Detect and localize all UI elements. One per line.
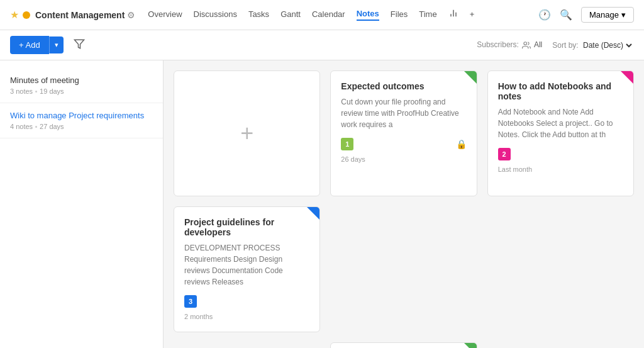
nav-link-tasks[interactable]: Tasks xyxy=(248,9,269,20)
note-card-bim[interactable]: Clients BIM requirements The main requir… xyxy=(330,342,477,348)
nav-link-+[interactable]: + xyxy=(470,9,475,20)
subscribers-label: Subscribers: All xyxy=(477,40,542,50)
sort-label: Sort by: Date (Desc) Date (Asc) Name (A-… xyxy=(552,40,634,50)
note-card-notebooks[interactable]: How to add Notebooks and notes Add Noteb… xyxy=(487,70,634,196)
sidebar-item-title-minutes: Minutes of meeting xyxy=(10,76,153,85)
nav-link-discussions[interactable]: Discussions xyxy=(194,9,237,20)
search-button[interactable]: 🔍 xyxy=(560,9,572,21)
meta-dot xyxy=(35,91,37,93)
toolbar-right: Subscribers: All Sort by: Date (Desc) Da… xyxy=(477,40,634,50)
nav-link-time[interactable]: Time xyxy=(419,9,436,20)
note-card-guidelines[interactable]: Project guidelines for developers DEVELO… xyxy=(174,206,320,332)
nav-link-notes[interactable]: Notes xyxy=(357,9,379,21)
card-title-notebooks: How to add Notebooks and notes xyxy=(498,81,623,101)
sidebar-item-meta-wiki: 4 notes 27 days xyxy=(10,123,153,130)
card-body-notebooks: Add Notebook and Note Add Notebooks Sele… xyxy=(498,106,623,140)
cards-grid-row1: + Expected outcomes Cut down your file p… xyxy=(174,70,634,332)
nav-link-files[interactable]: Files xyxy=(391,9,408,20)
add-button-group: + Add ▾ xyxy=(10,36,64,54)
nav-link-chart[interactable] xyxy=(448,8,458,21)
star-icon[interactable]: ★ xyxy=(10,9,19,21)
svg-marker-3 xyxy=(74,40,84,48)
lock-icon: 🔒 xyxy=(456,139,467,149)
add-icon: + xyxy=(240,120,253,147)
nav-right: 🕐 🔍 Manage ▾ xyxy=(538,7,634,23)
manage-button[interactable]: Manage ▾ xyxy=(581,7,634,23)
content-area: Minutes of meeting 3 notes 19 days Wiki … xyxy=(0,60,644,348)
card-footer-expected: 1 🔒 xyxy=(341,138,466,150)
sidebar-item-minutes[interactable]: Minutes of meeting 3 notes 19 days xyxy=(0,68,163,103)
card-corner-blue xyxy=(307,207,319,220)
card-date-notebooks: Last month xyxy=(498,166,532,173)
card-corner-pink xyxy=(621,71,633,84)
card-badge-expected: 1 xyxy=(341,138,353,150)
add-caret-button[interactable]: ▾ xyxy=(49,36,64,53)
card-corner-green xyxy=(464,71,477,84)
card-corner-green-bim xyxy=(464,343,477,348)
sidebar-item-wiki[interactable]: Wiki to manage Project requirements 4 no… xyxy=(0,103,163,138)
card-badge-guidelines: 3 xyxy=(184,295,197,308)
nav-links: OverviewDiscussionsTasksGanttCalendarNot… xyxy=(148,8,538,21)
card-title-expected: Expected outcomes xyxy=(341,81,466,91)
nav-link-gantt[interactable]: Gantt xyxy=(280,9,301,20)
nav-link-overview[interactable]: Overview xyxy=(148,9,182,20)
toolbar: + Add ▾ Subscribers: All Sort by: Date (… xyxy=(0,30,644,60)
clock-button[interactable]: 🕐 xyxy=(538,9,551,21)
filter-button[interactable] xyxy=(74,38,85,52)
sidebar-item-meta-minutes: 3 notes 19 days xyxy=(10,87,153,95)
project-dot xyxy=(23,11,30,19)
note-card-expected-outcomes[interactable]: Expected outcomes Cut down your file pro… xyxy=(330,70,477,196)
card-body-guidelines: DEVELOPMENT PROCESS Requirements Design … xyxy=(184,242,309,288)
cards-grid-row2: ◀ Clients BIM requirements The main requ… xyxy=(174,342,634,348)
cards-area: + Expected outcomes Cut down your file p… xyxy=(164,60,644,348)
add-button[interactable]: + Add xyxy=(10,36,49,54)
project-title: Content Management xyxy=(35,10,125,20)
sidebar-item-title-wiki: Wiki to manage Project requirements xyxy=(10,111,153,120)
sidebar-list: Minutes of meeting 3 notes 19 days Wiki … xyxy=(0,60,164,348)
nav-link-calendar[interactable]: Calendar xyxy=(312,9,345,20)
card-body-expected: Cut down your file proofing and review t… xyxy=(341,96,466,130)
card-title-guidelines: Project guidelines for developers xyxy=(184,217,309,237)
card-date-expected: 26 days xyxy=(341,155,365,163)
svg-point-4 xyxy=(524,42,527,45)
top-nav: ★ Content Management ⚙ OverviewDiscussio… xyxy=(0,0,644,30)
sort-select[interactable]: Date (Desc) Date (Asc) Name (A-Z) xyxy=(580,40,634,50)
card-badge-notebooks: 2 xyxy=(498,148,511,160)
meta-dot-2 xyxy=(35,126,37,128)
add-note-card[interactable]: + xyxy=(174,70,320,196)
gear-icon[interactable]: ⚙ xyxy=(127,10,135,20)
card-date-guidelines: 2 months xyxy=(184,313,213,320)
